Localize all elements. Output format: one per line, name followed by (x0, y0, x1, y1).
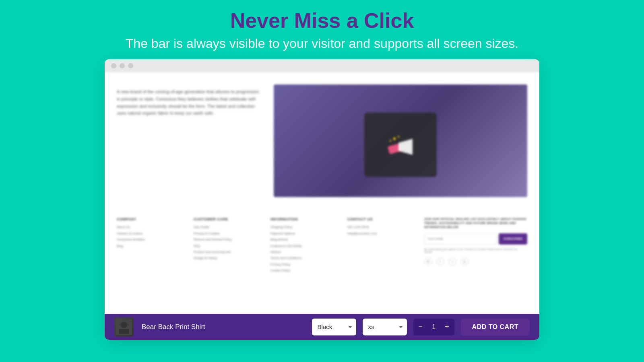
svg-rect-8 (119, 329, 129, 334)
newsletter-note: By subscribing you agree to our Privacy … (424, 248, 527, 253)
facebook-icon[interactable]: f (436, 257, 444, 265)
footer-col-company: COMPANY About Us Careers & Culture Consc… (117, 217, 186, 302)
instagram-icon[interactable]: ◎ (424, 257, 432, 265)
shirt-svg (356, 101, 445, 181)
footer-col-customer: CUSTOMER CARE Size Guide Privacy & Cooki… (194, 217, 262, 302)
browser-content: A new brand of the coming-of-age generat… (105, 72, 539, 314)
footer-col-contact: CONTACT US 020 1234 5678 help@yourstore.… (347, 217, 416, 302)
browser-titlebar (105, 59, 539, 72)
footer-col-info: INFORMATION Shipping Policy Payment Opti… (270, 217, 339, 302)
page-title: Never Miss a Click (230, 8, 414, 33)
sticky-controls: Black White Blue xs s m l xl − 1 + ADD T… (312, 319, 530, 335)
newsletter-form[interactable]: SUBSCRIBE (424, 233, 527, 245)
quantity-increase-button[interactable]: + (440, 319, 454, 335)
browser-dot-maximize (128, 63, 133, 68)
browser-dot-minimize (120, 63, 125, 68)
product-thumbnail (114, 317, 134, 337)
pinterest-icon[interactable]: p (460, 257, 469, 265)
thumbnail-image (114, 317, 134, 337)
size-select[interactable]: xs s m l xl (363, 319, 407, 335)
thumbnail-svg (116, 319, 132, 335)
browser-window: A new brand of the coming-of-age generat… (105, 59, 539, 340)
quantity-decrease-button[interactable]: − (413, 319, 428, 335)
sticky-product-name: Bear Back Print Shirt (142, 323, 304, 331)
content-footer: COMPANY About Us Careers & Culture Consc… (117, 217, 527, 302)
footer-col-newsletter: JOIN OUR OFFICIAL MAILING LIST EXCLUSIVE… (424, 217, 527, 302)
newsletter-input[interactable] (424, 233, 497, 245)
twitter-icon[interactable]: t (448, 257, 456, 265)
sticky-bar: Bear Back Print Shirt Black White Blue x… (105, 314, 539, 340)
color-select[interactable]: Black White Blue (312, 319, 356, 335)
browser-dot-close (111, 63, 116, 68)
social-icons: ◎ f t p (424, 257, 527, 265)
svg-point-5 (390, 140, 391, 142)
svg-point-4 (398, 136, 399, 138)
quantity-control: − 1 + (413, 319, 454, 335)
add-to-cart-button[interactable]: ADD TO CART (461, 319, 530, 335)
product-description: A new brand of the coming-of-age generat… (117, 84, 262, 197)
svg-point-7 (121, 322, 127, 328)
page-subtitle: The bar is always visible to your visito… (126, 36, 518, 51)
newsletter-subscribe-button[interactable]: SUBSCRIBE (499, 233, 527, 245)
quantity-value: 1 (428, 323, 440, 331)
product-image (274, 84, 527, 197)
svg-point-3 (393, 138, 396, 140)
